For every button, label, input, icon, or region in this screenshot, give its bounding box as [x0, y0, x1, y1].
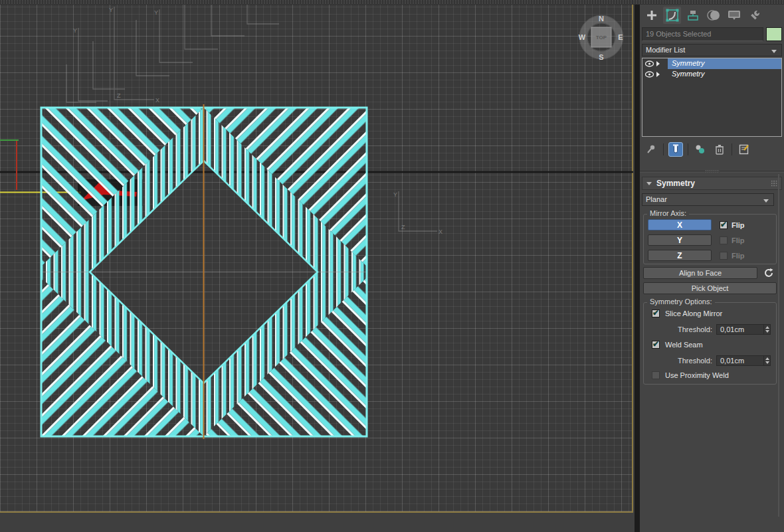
spin-up-icon: [765, 357, 769, 360]
flip-x-label: Flip: [732, 221, 745, 229]
threshold-spinner-2[interactable]: 0,01cm: [716, 355, 771, 366]
hierarchy-icon: [688, 11, 698, 20]
weld-seam-checkbox[interactable]: ✔: [652, 341, 660, 349]
svg-text:Y: Y: [393, 191, 397, 198]
check-icon: ✔: [720, 220, 727, 229]
symmetry-rollout-header[interactable]: Symmetry: [642, 177, 782, 190]
viewcube-face-label: TOP: [596, 35, 607, 41]
weld-seam-label: Weld Seam: [665, 341, 703, 349]
rollout-splitter[interactable]: [640, 171, 784, 173]
svg-text:Y: Y: [73, 27, 77, 34]
svg-text:X: X: [155, 97, 159, 104]
eye-icon[interactable]: [645, 60, 654, 67]
eye-icon[interactable]: [645, 71, 654, 78]
threshold-spinner-1[interactable]: 0,01cm: [716, 324, 771, 335]
rollout-title: Symmetry: [656, 179, 695, 188]
pin-stack-button[interactable]: [644, 142, 658, 157]
axis-y-button[interactable]: Y: [648, 234, 712, 246]
tab-display[interactable]: [725, 7, 743, 24]
mirror-type-value: Planar: [646, 195, 667, 203]
spin-up-icon: [765, 326, 769, 329]
trash-icon: [715, 144, 724, 155]
make-unique-icon: [694, 144, 706, 155]
modifier-stack-row-symmetry-2[interactable]: Symmetry: [642, 69, 781, 80]
modifier-name[interactable]: Symmetry: [668, 69, 781, 80]
motion-circles-icon: [708, 11, 720, 20]
monitor-icon: [728, 11, 740, 20]
slice-along-mirror-checkbox[interactable]: ✔: [652, 310, 660, 317]
viewcube[interactable]: TOP N W S E: [579, 15, 623, 61]
flip-z-checkbox[interactable]: [720, 252, 728, 260]
tab-hierarchy[interactable]: [684, 7, 702, 24]
check-icon: ✔: [652, 308, 659, 317]
svg-text:Y: Y: [154, 9, 158, 16]
modifier-stack: Symmetry Symmetry: [642, 58, 782, 137]
viewcube-west: W: [579, 33, 586, 41]
collapse-arrow-icon: [646, 182, 652, 185]
window-grip-strip: [0, 0, 784, 5]
axis-x-button[interactable]: X: [648, 219, 712, 230]
modifier-stack-row-symmetry-1[interactable]: Symmetry: [642, 58, 781, 69]
test-tube-icon: [672, 144, 680, 155]
use-proximity-weld-checkbox[interactable]: [652, 371, 660, 379]
plus-icon: [647, 11, 656, 20]
modifier-list-dropdown[interactable]: Modifier List: [642, 44, 782, 56]
mirror-type-dropdown[interactable]: Planar: [642, 193, 774, 206]
tab-utilities[interactable]: [745, 7, 763, 24]
flip-z-label: Flip: [732, 252, 745, 260]
viewcube-north: N: [599, 15, 604, 23]
command-panel: 19 Objects Selected Modifier List Symmet…: [640, 0, 784, 532]
chevron-down-icon: [763, 199, 769, 203]
mirror-axis-group: Mirror Axis: X ✔ Flip Y Flip Z Flip: [643, 214, 777, 264]
flip-x-checkbox[interactable]: ✔: [720, 221, 728, 229]
tab-modify[interactable]: [663, 7, 681, 24]
viewport-top-view[interactable]: Y Z X Y Z X Y Y: [0, 2, 633, 513]
slice-along-mirror-label: Slice Along Mirror: [665, 310, 722, 317]
flip-y-label: Flip: [732, 236, 745, 244]
drag-grip-icon[interactable]: [771, 180, 777, 187]
reset-alignment-button[interactable]: [761, 267, 777, 279]
threshold-value[interactable]: 0,01cm: [717, 356, 763, 365]
remove-modifier-button[interactable]: [712, 142, 727, 157]
configure-modifier-sets-icon: [739, 144, 749, 155]
tab-motion[interactable]: [704, 7, 722, 24]
pin-stack-icon: [646, 144, 656, 155]
panel-scrollbar[interactable]: [778, 174, 779, 517]
object-color-swatch[interactable]: [766, 27, 782, 41]
spin-down-icon: [765, 330, 769, 333]
spinner-arrows[interactable]: [763, 356, 770, 365]
modifier-name[interactable]: Symmetry: [668, 58, 781, 69]
configure-modifier-sets-button[interactable]: [737, 142, 751, 157]
chevron-down-icon: [771, 50, 777, 53]
make-unique-button[interactable]: [693, 142, 708, 157]
svg-text:Y: Y: [109, 7, 113, 13]
symmetry-options-label: Symmetry Options:: [647, 298, 715, 306]
pick-object-button[interactable]: Pick Object: [643, 282, 777, 294]
flip-y-checkbox[interactable]: [720, 236, 728, 244]
align-to-face-button[interactable]: Align to Face: [643, 267, 757, 279]
threshold-label: Threshold:: [678, 357, 712, 365]
tab-create[interactable]: [642, 7, 660, 24]
expand-arrow-icon[interactable]: [656, 61, 660, 66]
selection-status-field[interactable]: 19 Objects Selected: [642, 27, 763, 41]
svg-text:X: X: [439, 228, 442, 235]
use-proximity-weld-label: Use Proximity Weld: [665, 371, 729, 379]
wrench-icon: [751, 11, 759, 20]
show-end-result-button[interactable]: [668, 142, 683, 157]
spin-down-icon: [765, 361, 769, 364]
refresh-icon: [763, 268, 774, 278]
stack-toolbar: [644, 141, 782, 158]
expand-arrow-icon[interactable]: [656, 72, 660, 77]
spinner-arrows[interactable]: [763, 325, 770, 334]
status-strip: [0, 514, 635, 532]
svg-text:Z: Z: [401, 224, 405, 230]
svg-text:Z: Z: [117, 92, 121, 99]
symmetry-options-group: Symmetry Options: ✔ Slice Along Mirror T…: [643, 302, 777, 385]
viewcube-east: E: [618, 33, 623, 41]
check-icon: ✔: [652, 339, 659, 349]
viewcube-south: S: [599, 53, 603, 61]
threshold-value[interactable]: 0,01cm: [717, 325, 763, 334]
viewport-canvas: Y Z X Y Z X Y Y: [0, 3, 633, 514]
axis-z-button[interactable]: Z: [648, 250, 712, 261]
threshold-label: Threshold:: [678, 325, 712, 333]
